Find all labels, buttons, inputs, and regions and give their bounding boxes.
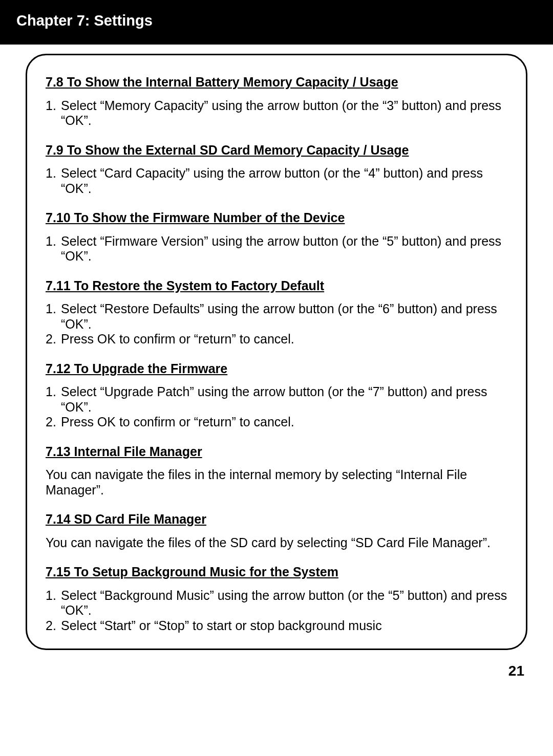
page-number: 21 xyxy=(508,663,524,679)
step-item: 2.Press OK to confirm or “return” to can… xyxy=(46,415,507,430)
step-number: 1. xyxy=(46,166,56,181)
section-heading-7-9: 7.9 To Show the External SD Card Memory … xyxy=(46,143,507,158)
step-item: 1.Select “Firmware Version” using the ar… xyxy=(46,234,507,264)
steps-7-9: 1.Select “Card Capacity” using the arrow… xyxy=(46,166,507,196)
step-number: 1. xyxy=(46,234,56,249)
step-text: Select “Background Music” using the arro… xyxy=(61,588,507,618)
step-number: 1. xyxy=(46,384,56,400)
section-heading-7-11: 7.11 To Restore the System to Factory De… xyxy=(46,278,507,294)
step-item: 1.Select “Memory Capacity” using the arr… xyxy=(46,98,507,128)
step-number: 2. xyxy=(46,332,56,347)
step-number: 1. xyxy=(46,301,56,317)
step-item: 1.Select “Card Capacity” using the arrow… xyxy=(46,166,507,196)
step-text: Select “Start” or “Stop” to start or sto… xyxy=(61,618,382,633)
step-number: 1. xyxy=(46,588,56,603)
steps-7-15: 1.Select “Background Music” using the ar… xyxy=(46,588,507,634)
step-text: Select “Upgrade Patch” using the arrow b… xyxy=(61,384,487,414)
step-text: Select “Card Capacity” using the arrow b… xyxy=(61,166,483,196)
paragraph-7-13: You can navigate the files in the intern… xyxy=(46,467,507,498)
step-number: 2. xyxy=(46,618,56,634)
step-number: 1. xyxy=(46,98,56,114)
step-item: 2.Select “Start” or “Stop” to start or s… xyxy=(46,618,507,634)
steps-7-11: 1.Select “Restore Defaults” using the ar… xyxy=(46,301,507,347)
step-item: 2.Press OK to confirm or “return” to can… xyxy=(46,332,507,347)
step-text: Select “Firmware Version” using the arro… xyxy=(61,234,501,264)
steps-7-12: 1.Select “Upgrade Patch” using the arrow… xyxy=(46,384,507,430)
section-heading-7-12: 7.12 To Upgrade the Firmware xyxy=(46,361,507,377)
chapter-title: Chapter 7: Settings xyxy=(16,12,153,29)
step-text: Select “Memory Capacity” using the arrow… xyxy=(61,98,501,128)
section-heading-7-13: 7.13 Internal File Manager xyxy=(46,444,507,460)
step-text: Press OK to confirm or “return” to cance… xyxy=(61,415,294,429)
step-item: 1.Select “Background Music” using the ar… xyxy=(46,588,507,618)
step-text: Press OK to confirm or “return” to cance… xyxy=(61,332,294,346)
step-number: 2. xyxy=(46,415,56,430)
section-heading-7-15: 7.15 To Setup Background Music for the S… xyxy=(46,565,507,580)
paragraph-7-14: You can navigate the files of the SD car… xyxy=(46,535,507,551)
content-frame: 7.8 To Show the Internal Battery Memory … xyxy=(26,54,527,650)
step-text: Select “Restore Defaults” using the arro… xyxy=(61,301,497,331)
steps-7-8: 1.Select “Memory Capacity” using the arr… xyxy=(46,98,507,128)
step-item: 1.Select “Upgrade Patch” using the arrow… xyxy=(46,384,507,415)
section-heading-7-8: 7.8 To Show the Internal Battery Memory … xyxy=(46,75,507,90)
section-heading-7-10: 7.10 To Show the Firmware Number of the … xyxy=(46,210,507,226)
steps-7-10: 1.Select “Firmware Version” using the ar… xyxy=(46,234,507,264)
section-heading-7-14: 7.14 SD Card File Manager xyxy=(46,512,507,527)
chapter-header: Chapter 7: Settings xyxy=(0,0,553,45)
step-item: 1.Select “Restore Defaults” using the ar… xyxy=(46,301,507,332)
